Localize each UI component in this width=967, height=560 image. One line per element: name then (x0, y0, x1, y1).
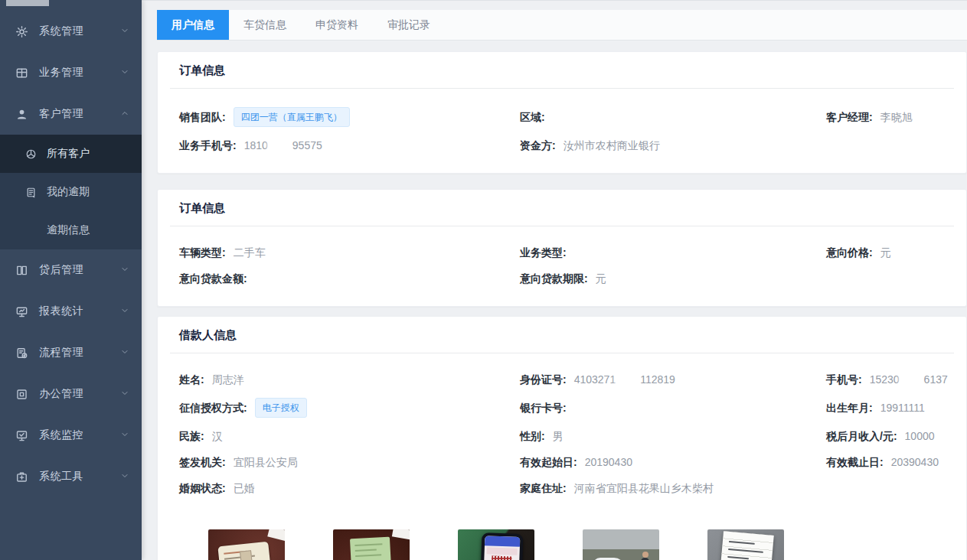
person-car-photo-thumbnail[interactable] (583, 529, 659, 560)
field-valid-to: 有效截止日: 20390430 (826, 454, 954, 470)
field-funder: 资金方: 汝州市农村商业银行 (520, 138, 826, 153)
credit-auth-tag[interactable]: 电子授权 (255, 398, 307, 418)
field-label: 手机号: (826, 372, 862, 387)
photo-id-card[interactable]: 身份证 (208, 529, 285, 560)
tab-user-info[interactable]: 用户信息 (157, 10, 229, 40)
sidebar-item-customer-management[interactable]: 客户管理 (0, 93, 142, 135)
field-value: 181095575 (244, 138, 322, 153)
id-card-photo-thumbnail[interactable] (208, 529, 285, 560)
phone-prefix: 1810 (244, 139, 268, 151)
field-label: 性别: (520, 428, 545, 444)
sidebar-item-my-overdue[interactable]: 我的逾期 (0, 173, 142, 211)
field-value: 10000 (905, 428, 935, 444)
sidebar-item-label: 我的逾期 (47, 185, 90, 199)
field-business-type: 业务类型: (520, 245, 826, 260)
field-label: 银行卡号: (520, 400, 567, 415)
borrower-info-card: 借款人信息 姓名: 周志洋 身份证号: 4103271112819 手机号: 1… (157, 316, 967, 560)
field-customer-manager: 客户经理: 李晓旭 (826, 107, 954, 127)
cards-container: 订单信息 销售团队: 四团一营（直属王鹏飞） 区域: 客户经理: 李晓旭 (157, 41, 967, 560)
field-label: 婚姻状态: (179, 480, 226, 496)
sidebar-item-system-management[interactable]: 系统管理 (0, 11, 142, 52)
paper-scrap (392, 529, 410, 540)
tab-bar: 用户信息 车贷信息 申贷资料 审批记录 (157, 10, 967, 41)
order-info-card-2: 订单信息 车辆类型: 二手车 业务类型: 意向价格: 元 (157, 189, 967, 307)
sidebar-item-overdue-info[interactable]: 逾期信息 (0, 211, 142, 249)
photo-person-car[interactable]: 人车合影 (583, 529, 659, 560)
field-label: 意向贷款金额: (179, 271, 247, 286)
redaction-blur (617, 375, 639, 384)
sidebar-item-system-monitor[interactable]: 系统监控 (0, 415, 142, 456)
sidebar-item-business-management[interactable]: 业务管理 (0, 52, 142, 93)
sidebar-item-report-statistics[interactable]: 报表统计 (0, 291, 142, 332)
auth-screenshot-thumbnail[interactable] (458, 529, 534, 560)
sidebar-item-label: 报表统计 (39, 304, 120, 318)
driver-license-photo-thumbnail[interactable] (333, 529, 410, 560)
paper-sheet-shape (717, 531, 774, 560)
card-body: 车辆类型: 二手车 业务类型: 意向价格: 元 意向贷款金额: (158, 226, 966, 306)
chevron-down-icon (120, 347, 129, 359)
sidebar-submenu-customer: 所有客户 我的逾期 逾期信息 (0, 135, 142, 249)
field-marital-status: 婚姻状态: 已婚 (179, 480, 520, 496)
sidebar-top-strip (6, 0, 49, 6)
field-bank-card: 银行卡号: (520, 398, 826, 418)
field-label: 销售团队: (179, 109, 226, 125)
photo-document[interactable]: 补充材料 (707, 529, 784, 560)
chevron-down-icon (120, 305, 129, 317)
tab-loan-application-docs[interactable]: 申贷资料 (301, 10, 373, 40)
field-value: 4103271112819 (574, 372, 675, 387)
field-value: 元 (880, 245, 891, 260)
field-value: 周志洋 (212, 372, 244, 387)
chevron-down-icon (120, 264, 129, 276)
document-photo-thumbnail[interactable] (707, 529, 784, 560)
paper-scrap (267, 529, 285, 542)
field-value: 二手车 (234, 245, 266, 260)
tab-approval-records[interactable]: 审批记录 (373, 10, 445, 40)
field-value: 已婚 (234, 480, 255, 496)
monitor-icon (15, 305, 29, 318)
field-label: 出生年月: (826, 400, 873, 415)
sidebar-item-label: 办公管理 (39, 387, 120, 401)
sidebar-item-all-customers[interactable]: 所有客户 (0, 135, 142, 173)
sidebar-item-postloan-management[interactable]: 贷后管理 (0, 249, 142, 291)
monitor-check-icon (15, 429, 29, 442)
phone-screen (483, 536, 521, 560)
open-book-icon (15, 264, 29, 277)
gear-icon (15, 25, 29, 38)
sidebar-item-process-management[interactable]: 流程管理 (0, 332, 142, 373)
tab-label: 审批记录 (387, 18, 430, 32)
tab-car-loan-info[interactable]: 车贷信息 (229, 10, 301, 40)
sidebar-item-system-tools[interactable]: 系统工具 (0, 456, 142, 497)
phone-prefix: 15230 (870, 373, 900, 386)
field-label: 身份证号: (520, 372, 567, 387)
field-empty (826, 138, 954, 153)
photo-driver-license[interactable]: 驾驶证照片 (333, 529, 410, 560)
photo-auth-qr[interactable]: 授权截图 (458, 529, 534, 560)
field-label: 意向价格: (826, 245, 873, 260)
chevron-down-icon (120, 388, 129, 400)
sales-team-tag[interactable]: 四团一营（直属王鹏飞） (234, 107, 350, 127)
field-ethnicity: 民族: 汉 (179, 428, 520, 444)
field-label: 税后月收入/元: (826, 428, 897, 444)
field-label: 签发机关: (179, 454, 226, 470)
redaction-blur (901, 375, 923, 384)
chevron-down-icon (120, 470, 129, 483)
field-value: 汉 (212, 428, 223, 444)
field-row: 车辆类型: 二手车 业务类型: 意向价格: 元 (179, 245, 954, 260)
field-credit-auth-method: 征信授权方式: 电子授权 (179, 398, 520, 418)
field-value: 宜阳县公安局 (234, 454, 298, 470)
chevron-up-icon (120, 108, 129, 120)
field-id-number: 身份证号: 4103271112819 (520, 372, 826, 387)
toolbox-icon (15, 470, 29, 483)
field-monthly-income: 税后月收入/元: 10000 (826, 428, 954, 444)
field-issuing-authority: 签发机关: 宜阳县公安局 (179, 454, 520, 470)
field-row: 婚姻状态: 已婚 家庭住址: 河南省宜阳县花果山乡木柴村 (179, 480, 954, 496)
field-intended-loan-amount: 意向贷款金额: (179, 271, 520, 286)
section-title: 订单信息 (158, 52, 966, 88)
sidebar-item-office-management[interactable]: 办公管理 (0, 373, 142, 415)
grid-icon (15, 67, 29, 80)
field-birth-date: 出生年月: 19911111 (826, 398, 954, 418)
sidebar-item-label: 流程管理 (39, 346, 120, 360)
field-label: 业务类型: (520, 245, 567, 260)
id-suffix: 112819 (640, 373, 675, 386)
pie-chart-icon (25, 148, 38, 160)
